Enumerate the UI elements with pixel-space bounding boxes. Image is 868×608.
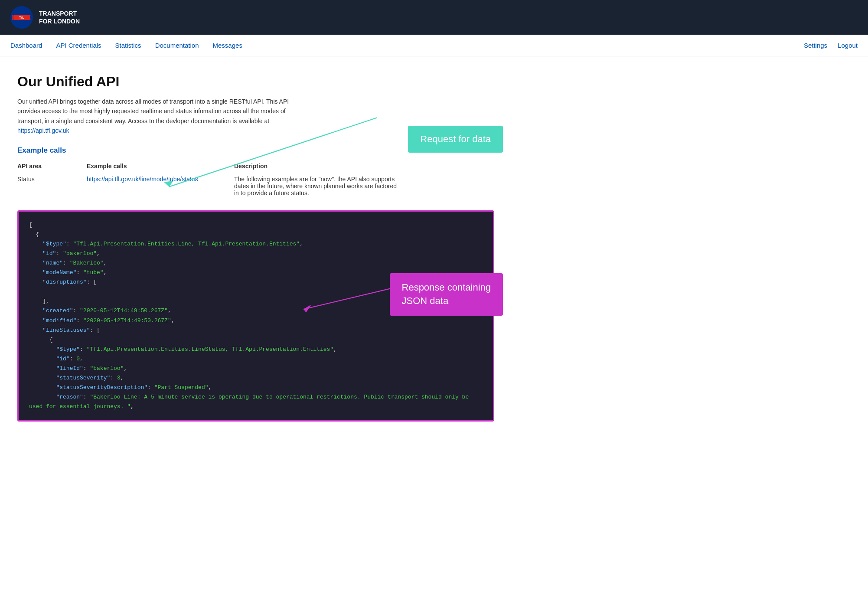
nav-documentation[interactable]: Documentation [155, 42, 199, 49]
svg-text:TfL: TfL [19, 16, 24, 20]
callout-response: Response containing JSON data [390, 273, 503, 316]
table-cell-description: The following examples are for "now", th… [234, 172, 408, 200]
logo-container: TfL TRANSPORT FOR LONDON [10, 6, 80, 29]
table-header-description: Description [234, 160, 408, 172]
tfl-roundel: TfL [10, 6, 33, 29]
nav-logout[interactable]: Logout [838, 42, 858, 49]
table-header-area: API area [17, 160, 87, 172]
nav-messages[interactable]: Messages [213, 42, 242, 49]
main-content: Our Unified API Our unified API brings t… [0, 56, 520, 439]
table-row: Status https://api.tfl.gov.uk/line/mode/… [17, 172, 408, 200]
nav-statistics[interactable]: Statistics [115, 42, 141, 49]
table-cell-example: https://api.tfl.gov.uk/line/mode/tube/st… [87, 172, 234, 200]
top-bar: TfL TRANSPORT FOR LONDON [0, 0, 868, 35]
nav-api-credentials[interactable]: API Credentials [56, 42, 101, 49]
brand-text: TRANSPORT FOR LONDON [39, 10, 80, 25]
table-header-example: Example calls [87, 160, 234, 172]
callout-request: Request for data [408, 126, 503, 153]
example-api-link[interactable]: https://api.tfl.gov.uk/line/mode/tube/st… [87, 176, 198, 183]
nav-bar: Dashboard API Credentials Statistics Doc… [0, 35, 868, 56]
nav-links: Dashboard API Credentials Statistics Doc… [10, 42, 804, 49]
nav-right: Settings Logout [804, 42, 858, 49]
page-title: Our Unified API [17, 74, 503, 90]
api-link[interactable]: https://api.tfl.gov.uk [17, 127, 69, 134]
json-block: [ { "$type": "Tfl.Api.Presentation.Entit… [17, 210, 494, 422]
table-cell-area: Status [17, 172, 87, 200]
intro-text: Our unified API brings together data acr… [17, 97, 312, 136]
api-table: API area Example calls Description Statu… [17, 160, 408, 200]
nav-settings[interactable]: Settings [804, 42, 827, 49]
nav-dashboard[interactable]: Dashboard [10, 42, 42, 49]
